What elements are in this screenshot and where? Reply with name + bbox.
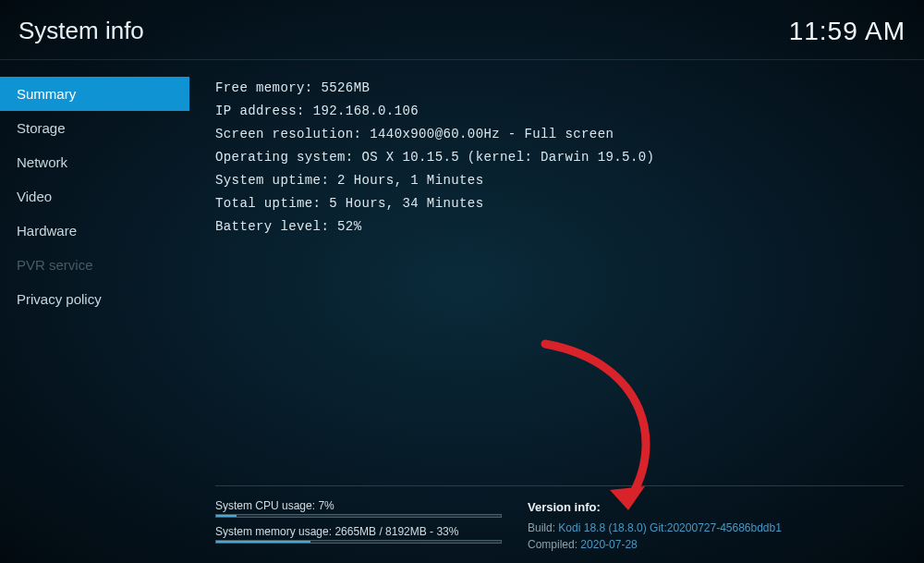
summary-info: Free memory: 5526MB IP address: 192.168.… bbox=[215, 77, 904, 485]
memory-usage-bar bbox=[215, 540, 502, 544]
main-panel: Free memory: 5526MB IP address: 192.168.… bbox=[189, 60, 924, 563]
sidebar-item-label: Video bbox=[17, 189, 52, 204]
usage-meters: System CPU usage: 7% System memory usage… bbox=[215, 499, 502, 553]
body: Summary Storage Network Video Hardware P… bbox=[0, 60, 924, 563]
info-value: 52% bbox=[337, 219, 361, 234]
sidebar: Summary Storage Network Video Hardware P… bbox=[0, 60, 189, 563]
cpu-usage-label: System CPU usage: 7% bbox=[215, 499, 502, 512]
page-title: System info bbox=[18, 17, 144, 45]
sidebar-item-label: PVR service bbox=[17, 257, 93, 273]
memory-usage-meter: System memory usage: 2665MB / 8192MB - 3… bbox=[215, 525, 502, 544]
memory-usage-fill bbox=[216, 541, 310, 543]
sidebar-item-hardware[interactable]: Hardware bbox=[0, 214, 189, 248]
version-info: Version info: Build: Kodi 18.8 (18.8.0) … bbox=[528, 499, 904, 553]
memory-usage-label: System memory usage: 2665MB / 8192MB - 3… bbox=[215, 525, 502, 538]
version-compiled: Compiled: 2020-07-28 bbox=[528, 536, 904, 553]
info-screen-resolution: Screen resolution: 1440x900@60.00Hz - Fu… bbox=[215, 123, 904, 146]
version-build: Build: Kodi 18.8 (18.8.0) Git:20200727-4… bbox=[528, 520, 904, 536]
info-label: Operating system: bbox=[215, 150, 361, 165]
sidebar-item-label: Storage bbox=[17, 120, 66, 136]
sidebar-item-label: Summary bbox=[17, 86, 76, 102]
info-label: Free memory: bbox=[215, 80, 321, 95]
cpu-usage-meter: System CPU usage: 7% bbox=[215, 499, 502, 518]
info-label: Total uptime: bbox=[215, 196, 329, 211]
version-build-value: Kodi 18.8 (18.8.0) Git:20200727-45686bdd… bbox=[558, 521, 782, 534]
info-free-memory: Free memory: 5526MB bbox=[215, 77, 904, 100]
info-ip-address: IP address: 192.168.0.106 bbox=[215, 100, 904, 123]
version-compiled-value: 2020-07-28 bbox=[580, 538, 637, 551]
info-value: 2 Hours, 1 Minutes bbox=[337, 173, 483, 188]
sidebar-item-pvr-service: PVR service bbox=[0, 248, 189, 282]
sidebar-item-video[interactable]: Video bbox=[0, 179, 189, 214]
info-label: System uptime: bbox=[215, 173, 337, 188]
info-label: Battery level: bbox=[215, 219, 337, 234]
info-value: 1440x900@60.00Hz - Full screen bbox=[370, 127, 614, 141]
clock: 11:59 AM bbox=[789, 17, 906, 46]
info-value: 5 Hours, 34 Minutes bbox=[329, 196, 483, 211]
info-value: OS X 10.15.5 (kernel: Darwin 19.5.0) bbox=[361, 150, 654, 165]
version-compiled-key: Compiled: bbox=[528, 538, 580, 551]
cpu-usage-bar bbox=[215, 514, 502, 518]
cpu-usage-fill bbox=[216, 515, 237, 517]
sidebar-item-network[interactable]: Network bbox=[0, 145, 189, 179]
info-system-uptime: System uptime: 2 Hours, 1 Minutes bbox=[215, 169, 904, 192]
sidebar-item-label: Hardware bbox=[17, 223, 77, 239]
header: System info 11:59 AM bbox=[0, 0, 924, 54]
footer: System CPU usage: 7% System memory usage… bbox=[215, 485, 904, 553]
info-value: 5526MB bbox=[321, 80, 370, 95]
sidebar-item-storage[interactable]: Storage bbox=[0, 111, 189, 145]
info-operating-system: Operating system: OS X 10.15.5 (kernel: … bbox=[215, 146, 904, 169]
info-label: Screen resolution: bbox=[215, 127, 370, 141]
sidebar-item-label: Privacy policy bbox=[17, 291, 102, 307]
info-value: 192.168.0.106 bbox=[313, 104, 419, 118]
sidebar-item-privacy-policy[interactable]: Privacy policy bbox=[0, 282, 189, 316]
info-battery-level: Battery level: 52% bbox=[215, 215, 904, 239]
version-info-title: Version info: bbox=[528, 499, 904, 516]
sidebar-item-summary[interactable]: Summary bbox=[0, 77, 189, 111]
info-label: IP address: bbox=[215, 104, 313, 118]
version-build-key: Build: bbox=[528, 521, 558, 534]
sidebar-item-label: Network bbox=[17, 154, 67, 170]
info-total-uptime: Total uptime: 5 Hours, 34 Minutes bbox=[215, 192, 904, 215]
